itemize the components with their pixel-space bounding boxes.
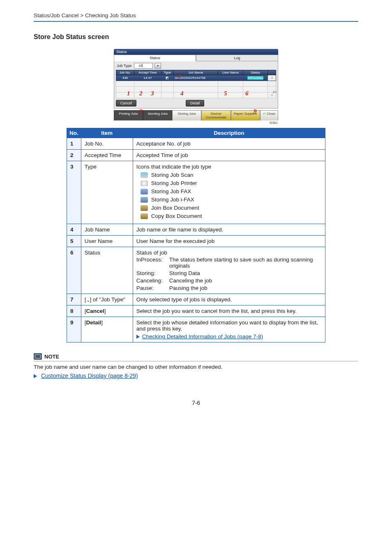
callout-2: 2 [139, 90, 143, 97]
table-row: 2 Accepted Time Accepted Time of job [67, 150, 325, 161]
detail-button[interactable]: Detail [186, 100, 204, 106]
callout-8: 8 [139, 108, 143, 115]
tab-storing-jobs[interactable]: Storing Jobs [172, 110, 201, 120]
note-link[interactable]: Customize Status Display (page 8-29) [41, 372, 138, 379]
description-table: No. Item Description 1 Job No. Acceptanc… [67, 128, 325, 342]
status-lead: Status of job [136, 250, 322, 256]
store-job-status-ui: Status Status Log Job Type All ▾ Job No.… [114, 49, 278, 125]
head-no: No. [67, 128, 81, 138]
tab-log[interactable]: Log [196, 55, 278, 61]
jobtype-label: Job Type [116, 63, 132, 68]
callout-3: 3 [151, 90, 154, 97]
section-title: Store Job Status screen [34, 33, 358, 41]
ifax-icon [141, 197, 148, 203]
callout-5: 5 [224, 90, 227, 97]
ui-title: Status [114, 49, 278, 55]
cell-jobno: 438 [116, 75, 134, 81]
fax-icon [141, 189, 148, 194]
tab-device[interactable]: Device/ Communicate [201, 110, 231, 120]
tab-sending-jobs[interactable]: Sending Jobs [143, 110, 172, 120]
printer-icon [141, 180, 148, 186]
table-row [116, 81, 276, 87]
detail-desc: Select the job whose detailed informatio… [136, 319, 322, 332]
table-row: 3 Type Icons that indicate the job type … [67, 161, 325, 224]
table-row: 1 Job No. Acceptance No. of job [67, 138, 325, 150]
page-counter: 1/1 [272, 90, 277, 94]
cell-type-icon: ◩ [161, 75, 173, 81]
type-lead: Icons that indicate the job type [136, 164, 322, 170]
join-box-icon [141, 205, 148, 211]
callout-7: 7 [178, 74, 181, 81]
page-number: 7-6 [34, 400, 358, 406]
copy-box-icon [141, 213, 148, 219]
detail-link[interactable]: Checking Detailed Information of Jobs (p… [142, 333, 263, 340]
note-label: NOTE [44, 354, 59, 360]
head-desc: Description [133, 128, 325, 138]
cell-time: 14:47 [134, 75, 161, 81]
callout-1: 1 [127, 90, 130, 97]
ui-foot-code: t0301 [114, 121, 278, 125]
head-item: Item [81, 128, 133, 138]
col-status: Status [243, 70, 267, 75]
table-row: 5 User Name User Name for the executed j… [67, 236, 325, 247]
cell-status: InProcess [243, 75, 267, 81]
table-row: 7 [⌄] of "Job Type" Only selected type o… [67, 294, 325, 305]
jobtype-value: All [134, 63, 153, 69]
jobtype-dropdown-button[interactable]: ▾ [154, 63, 161, 69]
table-row[interactable]: 438 14:47 ◩ doc20150225144758 InProcess … [116, 75, 276, 81]
tab-printing-jobs[interactable]: Printing Jobs [114, 110, 143, 120]
col-jobno: Job No. [116, 70, 134, 75]
table-row: 9 [Detail] Select the job whose detailed… [67, 317, 325, 342]
note-icon [34, 353, 42, 360]
callout-9: 9 [254, 108, 257, 115]
col-user: User Name [218, 70, 243, 75]
note-box: NOTE The job name and user name can be c… [34, 353, 358, 379]
scan-icon [141, 172, 148, 178]
scroll-up-icon[interactable]: ∧ [268, 75, 276, 81]
col-scroll [268, 70, 276, 75]
tab-close[interactable]: ↵ Close [260, 110, 278, 120]
cell-user [218, 75, 243, 81]
chevron-down-icon: ⌄ [86, 298, 90, 303]
tab-status[interactable]: Status [114, 55, 196, 61]
cancel-button[interactable]: Cancel [116, 100, 136, 106]
note-body: The job name and user name can be change… [34, 364, 358, 370]
table-row: 4 Job Name Job name or file name is disp… [67, 224, 325, 236]
breadcrumb: Status/Job Cancel > Checking Job Status [34, 12, 358, 22]
table-row: 8 [Cancel] Select the job you want to ca… [67, 305, 325, 317]
col-time: Accept Time [134, 70, 161, 75]
col-type: Type [161, 70, 173, 75]
callout-4: 4 [180, 90, 184, 97]
callout-6: 6 [245, 90, 249, 97]
table-row: 6 Status Status of job InProcess:The sta… [67, 247, 325, 294]
